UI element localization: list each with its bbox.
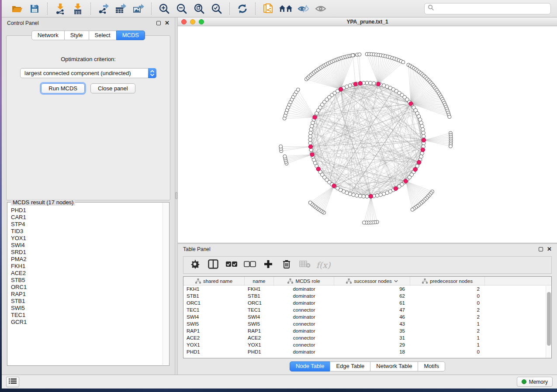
window-close-icon[interactable] bbox=[181, 19, 187, 24]
mcds-list-scrollbar[interactable] bbox=[163, 203, 169, 365]
delete-columns-button[interactable] bbox=[280, 259, 293, 271]
export-network-icon bbox=[98, 3, 109, 14]
import-network-button[interactable] bbox=[53, 2, 68, 15]
table-cell: 46 bbox=[334, 313, 410, 320]
column-header-shared-name[interactable]: shared name bbox=[183, 277, 245, 285]
export-network-button[interactable] bbox=[96, 2, 111, 15]
memory-button[interactable]: Memory bbox=[517, 377, 553, 387]
mcds-result-item[interactable]: ORC1 bbox=[11, 284, 163, 291]
table-row[interactable]: RAP1RAP1dominator352 bbox=[183, 327, 551, 334]
mcds-result-item[interactable]: PHD1 bbox=[11, 207, 163, 214]
zoom-selected-button[interactable] bbox=[209, 2, 224, 15]
duplicate-network-button[interactable] bbox=[261, 2, 276, 15]
export-image-button[interactable] bbox=[131, 2, 146, 15]
table-cell: connector bbox=[274, 306, 334, 313]
table-row[interactable]: ORC1ORC1dominator610 bbox=[183, 299, 551, 306]
function-builder-button[interactable]: f(x) bbox=[317, 259, 329, 271]
mcds-result-item[interactable]: RAP1 bbox=[11, 291, 163, 298]
column-header-successor-nodes[interactable]: successor nodes bbox=[334, 277, 410, 285]
table-cell: 1 bbox=[410, 320, 485, 327]
mcds-result-item[interactable]: STB5 bbox=[11, 277, 163, 284]
table-cell: TEC1 bbox=[245, 306, 274, 313]
table-row[interactable]: ACE2ACE2connector311 bbox=[183, 334, 551, 341]
first-neighbors-button[interactable] bbox=[278, 2, 293, 15]
table-row[interactable]: SWI4SWI4dominator462 bbox=[183, 313, 551, 320]
table-tab-motifs[interactable]: Motifs bbox=[418, 361, 445, 371]
create-column-button[interactable] bbox=[262, 259, 274, 271]
optimization-criterion-select[interactable]: largest connected component (undirected) bbox=[20, 68, 156, 78]
apply-layout-button[interactable] bbox=[235, 2, 250, 15]
window-minimize-icon[interactable] bbox=[190, 19, 195, 24]
table-row[interactable]: STB1STB1dominator620 bbox=[183, 292, 551, 299]
table-row[interactable]: PHD1PHD1dominator180 bbox=[183, 348, 551, 355]
tab-select[interactable]: Select bbox=[89, 31, 117, 40]
table-cell: 47 bbox=[334, 306, 410, 313]
mcds-result-item[interactable]: CAR1 bbox=[11, 214, 163, 221]
table-cell: connector bbox=[274, 341, 334, 348]
network-graph[interactable] bbox=[178, 26, 557, 243]
float-panel-icon[interactable] bbox=[156, 21, 161, 25]
optimization-criterion-value: largest connected component (undirected) bbox=[21, 70, 148, 76]
window-maximize-icon[interactable] bbox=[199, 19, 204, 24]
toolbar-separator bbox=[255, 3, 256, 15]
table-tab-edge-table[interactable]: Edge Table bbox=[330, 361, 370, 371]
destroy-table-button[interactable] bbox=[299, 259, 311, 271]
mcds-result-item[interactable]: SRD1 bbox=[11, 249, 163, 256]
mcds-result-item[interactable]: PMA2 bbox=[11, 256, 163, 263]
table-cell: 1 bbox=[410, 334, 485, 341]
zoom-fit-button[interactable] bbox=[192, 2, 207, 15]
close-panel-button[interactable]: Close panel bbox=[90, 83, 135, 93]
table-cell: 1 bbox=[410, 341, 485, 348]
table-cell: 35 bbox=[334, 327, 410, 334]
table-row[interactable]: FKH1FKH1dominator962 bbox=[183, 285, 551, 292]
mcds-result-item[interactable]: YOX1 bbox=[11, 235, 163, 242]
task-history-button[interactable] bbox=[6, 377, 19, 387]
mcds-result-item[interactable]: SWI5 bbox=[11, 305, 163, 312]
show-all-button[interactable] bbox=[313, 2, 328, 15]
table-cell: 2 bbox=[410, 313, 485, 320]
column-header-MCDS-role[interactable]: MCDS role bbox=[274, 277, 334, 285]
tab-network[interactable]: Network bbox=[31, 31, 65, 40]
mcds-result-item[interactable]: STB1 bbox=[11, 298, 163, 305]
tab-style[interactable]: Style bbox=[64, 31, 89, 40]
save-session-button[interactable] bbox=[27, 2, 42, 15]
zoom-in-button[interactable] bbox=[157, 2, 172, 15]
zoom-out-button[interactable] bbox=[174, 2, 189, 15]
column-header-predecessor-nodes[interactable]: predecessor nodes bbox=[410, 277, 485, 285]
mcds-result-item[interactable]: SWI4 bbox=[11, 242, 163, 249]
column-header-name[interactable]: name bbox=[245, 277, 274, 285]
select-all-rows-button[interactable] bbox=[225, 259, 238, 271]
search-input[interactable] bbox=[434, 6, 547, 12]
hide-selected-button[interactable] bbox=[296, 2, 311, 15]
run-mcds-button[interactable]: Run MCDS bbox=[41, 83, 85, 93]
tab-mcds[interactable]: MCDS bbox=[116, 31, 145, 40]
mcds-result-item[interactable]: TID3 bbox=[11, 228, 163, 235]
table-tab-node-table[interactable]: Node Table bbox=[290, 361, 331, 371]
deselect-all-rows-button[interactable] bbox=[244, 259, 256, 271]
table-cell: TEC1 bbox=[183, 306, 245, 313]
table-row[interactable]: SWI5SWI5connector431 bbox=[183, 320, 551, 327]
network-canvas[interactable] bbox=[178, 26, 557, 243]
table-row[interactable]: YOX1YOX1connector291 bbox=[183, 341, 551, 348]
open-file-button[interactable] bbox=[10, 2, 24, 15]
table-tab-network-table[interactable]: Network Table bbox=[370, 361, 418, 371]
mcds-result-item[interactable]: STP4 bbox=[11, 221, 163, 228]
float-table-panel-icon[interactable] bbox=[539, 247, 543, 251]
export-table-button[interactable] bbox=[114, 2, 128, 15]
table-cell: SWI5 bbox=[183, 320, 245, 327]
close-table-panel-icon[interactable]: ✕ bbox=[547, 247, 552, 251]
splitter-handle[interactable] bbox=[175, 192, 177, 199]
mcds-result-item[interactable]: FKH1 bbox=[11, 263, 163, 270]
mcds-result-item[interactable]: GCR1 bbox=[11, 319, 163, 326]
table-row[interactable]: TEC1TEC1connector472 bbox=[183, 306, 551, 313]
table-settings-button[interactable] bbox=[189, 259, 201, 271]
import-table-button[interactable] bbox=[70, 2, 85, 15]
table-scrollbar-thumb[interactable] bbox=[547, 292, 551, 346]
show-column-panel-button[interactable] bbox=[207, 259, 219, 271]
table-scrollbar[interactable] bbox=[546, 286, 551, 358]
mcds-result-item[interactable]: TEC1 bbox=[11, 312, 163, 319]
vertical-splitter[interactable] bbox=[175, 17, 178, 375]
close-panel-icon[interactable]: ✕ bbox=[165, 21, 170, 25]
search-field[interactable] bbox=[424, 3, 551, 14]
mcds-result-item[interactable]: ACE2 bbox=[11, 270, 163, 277]
